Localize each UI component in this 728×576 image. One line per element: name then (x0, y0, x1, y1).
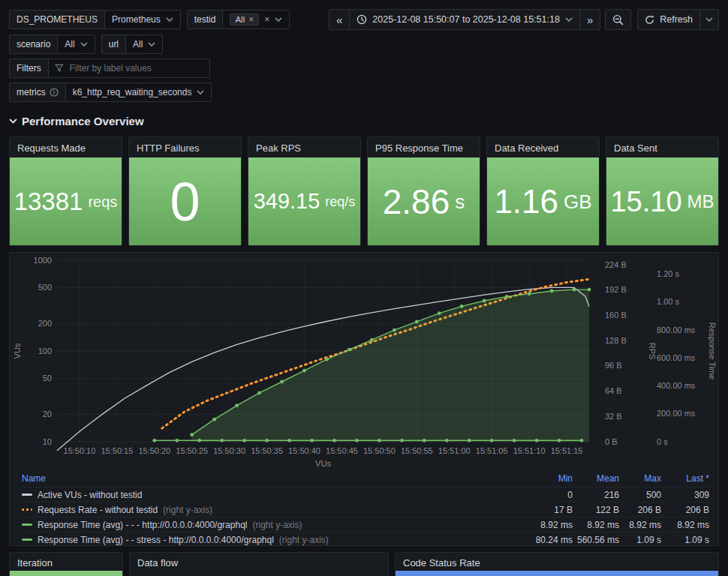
y-rt-tick-label: 400.00 ms (657, 381, 696, 390)
testid-chip[interactable]: All × (230, 14, 259, 26)
chevron-down-icon (275, 17, 282, 22)
testid-select[interactable]: All × × (223, 10, 290, 29)
testid-label: testid (187, 10, 224, 29)
time-shift-back-button[interactable]: « (329, 9, 350, 30)
series-axis-note: (right y-axis) (279, 535, 329, 545)
x-tick-label: 15:50:45 (326, 446, 358, 455)
datasource-picker: DS_PROMETHEUS Prometheus (9, 10, 181, 29)
y-rps-tick-label: 224 B (605, 260, 627, 269)
url-select[interactable]: All (126, 34, 163, 54)
series-label: Response Time (avg) - - - http://0.0.0.0… (38, 520, 247, 530)
y-left-tick-label: 100 (38, 346, 52, 356)
legend-value-last: 206 B (661, 505, 709, 515)
panel-iteration: Iteration (9, 552, 123, 576)
timeseries-chart[interactable]: 15:50:1015:50:1515:50:2015:50:2515:50:30… (10, 253, 718, 472)
x-tick-label: 15:50:25 (176, 446, 208, 455)
legend-value-max: 1.09 s (619, 535, 661, 545)
series-marker (325, 358, 329, 362)
chevron-down-icon (705, 17, 713, 22)
series-axis-note: (right y-axis) (163, 505, 212, 515)
metrics-picker: metrics k6_http_req_waiting_seconds (9, 82, 212, 102)
stat-value: 2.86 s (368, 158, 480, 245)
stat-panel-http-failures: HTTP Failures 0 (128, 136, 242, 246)
time-shift-forward-button[interactable]: » (579, 9, 600, 30)
refresh-interval-dropdown[interactable] (699, 9, 719, 30)
y-rt-tick-label: 800.00 ms (657, 326, 696, 334)
legend-value-last: 1.09 s (661, 535, 709, 545)
refresh-label: Refresh (660, 14, 693, 25)
legend-col-min[interactable]: Min (520, 473, 573, 484)
refresh-controls: Refresh (637, 9, 719, 30)
chevron-down-icon (9, 118, 17, 124)
legend-series-name[interactable]: Active VUs - without testid (22, 490, 520, 500)
series-label: Active VUs - without testid (38, 490, 142, 500)
legend-row: Response Time (avg) - - - http://0.0.0.0… (22, 517, 709, 532)
stat-panel-p95-response-time: P95 Response Time 2.86 s (367, 136, 480, 246)
filter-input[interactable] (68, 62, 203, 74)
series-axis-note: (right y-axis) (252, 520, 302, 530)
time-range-text: 2025-12-08 15:50:07 to 2025-12-08 15:51:… (372, 14, 560, 25)
stat-value: 15.10 MB (606, 158, 718, 245)
y-rt-tick-label: 200.00 ms (657, 409, 696, 418)
scenario-label: scenario (9, 34, 58, 54)
refresh-button[interactable]: Refresh (637, 9, 700, 30)
metrics-value: k6_http_req_waiting_seconds (73, 87, 192, 98)
panel-title: Code Status Rate (396, 553, 718, 571)
legend-series-name[interactable]: Requests Rate - without testid (right y-… (22, 505, 520, 515)
legend-col-last[interactable]: Last * (661, 473, 709, 484)
legend-col-max[interactable]: Max (619, 473, 661, 484)
y-rps-tick-label: 160 B (605, 310, 627, 320)
y-rt-tick-label: 1.20 s (657, 269, 679, 278)
series-glyph (22, 524, 32, 526)
x-tick-label: 15:50:30 (213, 446, 245, 455)
x-tick-label: 15:50:50 (363, 446, 396, 455)
y-rt-axis-title: Response Time (708, 322, 717, 380)
datasource-label: DS_PROMETHEUS (9, 10, 105, 29)
y-left-tick-label: 200 (38, 319, 52, 328)
x-tick-label: 15:50:15 (101, 446, 133, 455)
section-performance-overview[interactable]: Performance Overview (9, 112, 719, 129)
zoom-out-button[interactable] (605, 9, 631, 30)
panel-title: HTTP Failures (129, 137, 241, 158)
y-rps-tick-label: 0 B (605, 437, 618, 446)
zoom-out-icon (612, 14, 624, 26)
clear-all-icon[interactable]: × (264, 15, 269, 24)
legend-table: Name Min Mean Max Last * Active VUs - wi… (10, 472, 718, 546)
legend-col-mean[interactable]: Mean (573, 473, 619, 484)
url-picker: url All (101, 34, 164, 54)
stat-number: 349.15 (254, 190, 320, 212)
datasource-select[interactable]: Prometheus (105, 10, 181, 29)
metrics-label-text: metrics (17, 87, 46, 98)
legend-value-min: 17 B (520, 505, 573, 515)
panel-title: Data Received (487, 137, 599, 158)
panel-title: Data flow (130, 553, 388, 571)
legend-series-name[interactable]: Response Time (avg) - - stress - http://… (22, 535, 520, 545)
series-marker (505, 295, 509, 298)
metrics-select[interactable]: k6_http_req_waiting_seconds (66, 82, 212, 102)
y-rps-tick-label: 128 B (605, 336, 627, 345)
legend-header: Name Min Mean Max Last * (22, 472, 709, 487)
x-tick-label: 15:51:00 (438, 446, 471, 455)
time-range-picker[interactable]: 2025-12-08 15:50:07 to 2025-12-08 15:51:… (349, 9, 580, 30)
legend-col-name[interactable]: Name (22, 473, 520, 484)
series-marker (212, 418, 216, 422)
x-tick-label: 15:50:55 (401, 446, 433, 455)
legend-value-min: 0 (520, 490, 573, 500)
series-marker (528, 292, 531, 296)
stat-panel-peak-rps: Peak RPS 349.15 req/s (248, 136, 361, 246)
panel-title: Data Sent (606, 137, 718, 158)
series-marker (257, 391, 261, 394)
testid-chip-value: All (235, 15, 245, 24)
x-tick-label: 15:50:20 (138, 446, 170, 455)
legend-value-min: 8.92 ms (520, 520, 573, 530)
timeseries-panel: 15:50:1015:50:1515:50:2015:50:2515:50:30… (9, 252, 719, 546)
legend-row: Requests Rate - without testid (right y-… (22, 502, 709, 517)
scenario-select[interactable]: All (58, 34, 95, 54)
legend-value-max: 500 (619, 490, 661, 500)
stat-number: 2.86 (383, 184, 450, 219)
filters-control: Filters (9, 58, 210, 78)
series-marker (347, 348, 351, 352)
series-marker (588, 288, 591, 292)
legend-series-name[interactable]: Response Time (avg) - - - http://0.0.0.0… (22, 520, 520, 530)
remove-chip-icon[interactable]: × (248, 15, 254, 24)
